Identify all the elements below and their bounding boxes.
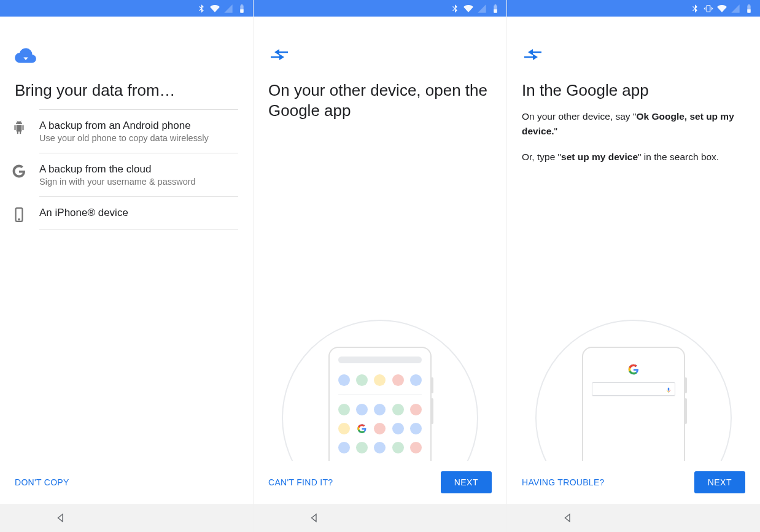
google-logo-icon (356, 423, 368, 434)
option-title: A backup from the cloud (39, 163, 238, 175)
content-area: In the Google app On your other device, … (507, 17, 760, 461)
illustration-app-grid (282, 320, 478, 461)
transfer-arrows-icon (522, 47, 544, 66)
option-iphone[interactable]: An iPhone® device (39, 196, 238, 229)
option-android-backup[interactable]: A backup from an Android phone Use your … (39, 109, 238, 153)
dont-copy-button[interactable]: DON'T COPY (15, 477, 69, 487)
cloud-download-icon (15, 47, 37, 66)
illustration-search (535, 320, 732, 461)
page-title: On your other device, open the Google ap… (268, 80, 492, 120)
option-subtitle: Sign in with your username & password (39, 177, 238, 187)
wifi-icon (463, 4, 473, 13)
body-type-instruction: Or, type "set up my device" in the searc… (522, 150, 745, 164)
battery-icon (491, 4, 500, 13)
navigation-bar (254, 504, 506, 532)
next-button[interactable]: NEXT (441, 471, 492, 493)
screen-bring-data: Bring your data from… A backup from an A… (0, 0, 253, 532)
body-say-instruction: On your other device, say "Ok Google, se… (522, 109, 745, 139)
cant-find-it-button[interactable]: CAN'T FIND IT? (268, 477, 333, 487)
option-subtitle: Use your old phone to copy data wireless… (39, 133, 238, 143)
google-icon (11, 163, 27, 179)
footer-bar: HAVING TROUBLE? NEXT (507, 461, 760, 504)
bluetooth-icon (450, 4, 460, 13)
back-icon[interactable] (55, 512, 66, 523)
battery-icon (744, 4, 754, 13)
footer-bar: DON'T COPY (0, 461, 253, 504)
status-bar (0, 0, 253, 17)
content-area: On your other device, open the Google ap… (254, 17, 506, 461)
back-icon[interactable] (562, 512, 573, 523)
status-bar (507, 0, 760, 17)
mic-icon (665, 385, 672, 393)
option-title: A backup from an Android phone (39, 120, 238, 132)
bluetooth-icon (690, 4, 700, 13)
bluetooth-icon (196, 4, 206, 13)
svg-point-1 (18, 218, 20, 220)
option-title: An iPhone® device (39, 207, 238, 219)
android-icon (11, 120, 27, 136)
screen-open-google-app: On your other device, open the Google ap… (254, 0, 506, 532)
search-box-illustration (592, 382, 675, 396)
vibrate-icon (704, 4, 713, 13)
having-trouble-button[interactable]: HAVING TROUBLE? (522, 477, 605, 487)
signal-icon (223, 4, 233, 13)
signal-icon (477, 4, 487, 13)
options-list: A backup from an Android phone Use your … (39, 109, 238, 229)
signal-icon (731, 4, 740, 13)
transfer-arrows-icon (268, 47, 290, 66)
status-bar (254, 0, 506, 17)
google-logo-icon (627, 363, 640, 376)
page-title: In the Google app (522, 80, 745, 101)
navigation-bar (507, 504, 760, 532)
screen-in-google-app: In the Google app On your other device, … (507, 0, 760, 532)
wifi-icon (717, 4, 727, 13)
navigation-bar (0, 504, 253, 532)
battery-icon (237, 4, 247, 13)
phone-icon (11, 207, 27, 223)
svg-rect-2 (707, 5, 710, 12)
next-button[interactable]: NEXT (694, 471, 745, 493)
option-cloud-backup[interactable]: A backup from the cloud Sign in with you… (39, 153, 238, 196)
wifi-icon (210, 4, 220, 13)
back-icon[interactable] (309, 512, 320, 523)
footer-bar: CAN'T FIND IT? NEXT (254, 461, 506, 504)
content-area: Bring your data from… A backup from an A… (0, 17, 253, 461)
page-title: Bring your data from… (15, 80, 238, 101)
